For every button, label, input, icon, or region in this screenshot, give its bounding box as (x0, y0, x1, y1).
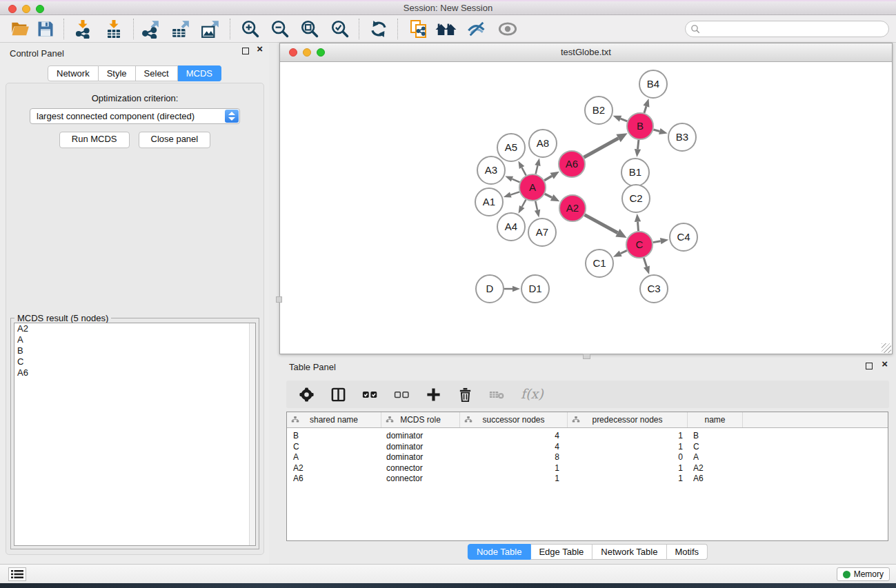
delete-table-icon[interactable] (489, 387, 505, 403)
import-network-icon[interactable] (73, 19, 92, 39)
table-cell[interactable]: connector (381, 463, 460, 474)
edge-A-A8[interactable] (536, 165, 538, 174)
search-input[interactable] (704, 23, 886, 37)
table-cell[interactable]: C (688, 442, 743, 453)
float-panel-icon[interactable] (242, 48, 249, 54)
zoom-fit-icon[interactable] (300, 19, 319, 39)
table-cell[interactable]: connector (381, 474, 460, 485)
float-panel-icon[interactable] (866, 363, 873, 369)
table-cell[interactable]: dominator (381, 431, 460, 442)
edge-C-C1[interactable] (621, 250, 627, 253)
deselect-all-icon[interactable] (394, 387, 410, 403)
table-cell[interactable]: dominator (381, 452, 460, 463)
table-cell[interactable]: 0 (568, 452, 688, 463)
edge-B-B3[interactable] (653, 130, 659, 131)
clone-network-icon[interactable] (409, 19, 428, 39)
run-mcds-button[interactable]: Run MCDS (59, 132, 130, 148)
table-cell[interactable]: 1 (568, 442, 688, 453)
tab-select[interactable]: Select (136, 65, 178, 81)
resize-grip[interactable] (882, 343, 891, 353)
close-panel-icon[interactable]: × (257, 45, 263, 53)
tab-edge-table[interactable]: Edge Table (530, 544, 593, 560)
result-list-scrollbar[interactable] (249, 323, 255, 545)
edge-A-A3[interactable] (512, 179, 519, 183)
edge-C-C4[interactable] (653, 241, 661, 243)
table-cell[interactable]: B (688, 431, 743, 442)
import-table-icon[interactable] (104, 19, 123, 39)
table-row[interactable]: Adominator80A (287, 452, 888, 463)
table-cell[interactable]: A6 (688, 474, 743, 485)
tab-network-table[interactable]: Network Table (593, 544, 666, 560)
add-column-icon[interactable] (426, 387, 441, 403)
tab-node-table[interactable]: Node Table (468, 544, 531, 560)
table-row[interactable]: A6connector11A6 (287, 474, 888, 485)
column-header-predecessor-nodes[interactable]: predecessor nodes (568, 412, 688, 427)
mcds-result-item[interactable]: A6 (14, 367, 255, 378)
network-window-titlebar[interactable]: testGlobe.txt (280, 43, 892, 62)
table-cell[interactable]: A2 (688, 463, 743, 474)
mcds-result-item[interactable]: B (14, 345, 255, 356)
tab-motifs[interactable]: Motifs (666, 544, 708, 560)
table-row[interactable]: A2connector11A2 (287, 463, 888, 474)
edge-C-C2[interactable] (638, 222, 639, 231)
table-cell[interactable]: B (287, 431, 381, 442)
tab-mcds[interactable]: MCDS (178, 65, 221, 81)
select-all-icon[interactable] (362, 387, 378, 403)
network-graph-canvas[interactable]: AA1A2A3A4A5A6A7A8BB1B2B3B4CC1C2C3C4DD1 (280, 62, 892, 357)
memory-button[interactable]: Memory (837, 567, 890, 581)
edge-A-A7[interactable] (535, 201, 537, 210)
edge-B-B4[interactable] (644, 106, 646, 113)
optimization-criterion-select[interactable]: largest connected component (directed) (30, 108, 240, 124)
table-cell[interactable]: 8 (460, 452, 568, 463)
table-cell[interactable]: A2 (287, 463, 381, 474)
mcds-result-item[interactable]: A (14, 334, 255, 345)
table-row[interactable]: Bdominator41B (287, 431, 888, 442)
column-header-mcds-role[interactable]: MCDS role (381, 412, 460, 427)
zoom-selected-icon[interactable] (330, 19, 350, 39)
edge-C-C3[interactable] (644, 258, 646, 267)
table-cell[interactable]: A (688, 452, 743, 463)
splitter-handle[interactable] (276, 296, 282, 303)
mcds-result-item[interactable]: C (14, 356, 255, 367)
zoom-in-icon[interactable] (241, 19, 260, 39)
export-table-icon[interactable] (171, 19, 190, 39)
column-header-name[interactable]: name (688, 412, 743, 427)
refresh-icon[interactable] (369, 19, 388, 39)
mcds-result-item[interactable]: A2 (14, 323, 255, 334)
edge-A-A2[interactable] (545, 194, 552, 197)
edge-A-A4[interactable] (522, 200, 526, 207)
table-cell[interactable]: C (287, 442, 381, 453)
edge-A-A5[interactable] (522, 168, 526, 175)
table-cell[interactable]: 4 (460, 442, 568, 453)
zoom-out-icon[interactable] (270, 19, 290, 39)
table-cell[interactable]: 1 (568, 431, 688, 442)
table-cell[interactable]: A (287, 452, 381, 463)
export-image-icon[interactable] (201, 19, 220, 39)
edge-B-B1[interactable] (638, 140, 639, 149)
mcds-result-list[interactable]: A2ABCA6 (14, 323, 256, 546)
column-split-icon[interactable] (330, 387, 346, 403)
export-network-icon[interactable] (141, 19, 160, 39)
table-cell[interactable]: dominator (381, 442, 460, 453)
edge-A2-C[interactable] (585, 215, 618, 233)
edge-A-A6[interactable] (544, 176, 552, 181)
home-view-icon[interactable] (435, 19, 457, 39)
table-cell[interactable]: 4 (460, 431, 568, 442)
edge-A-A1[interactable] (510, 192, 519, 194)
task-history-button[interactable] (8, 567, 26, 581)
save-session-icon[interactable] (36, 19, 55, 39)
close-panel-button[interactable]: Close panel (139, 132, 211, 148)
delete-column-trash-icon[interactable] (457, 387, 473, 403)
open-session-icon[interactable] (10, 19, 30, 39)
search-box[interactable] (685, 21, 889, 37)
edge-B-B2[interactable] (621, 119, 628, 121)
show-graphics-details-icon[interactable] (498, 19, 517, 39)
table-cell[interactable]: A6 (287, 474, 381, 485)
settings-gear-icon[interactable] (299, 387, 315, 403)
column-header-shared-name[interactable]: shared name (287, 412, 381, 427)
table-cell[interactable]: 1 (568, 474, 688, 485)
table-row[interactable]: Cdominator41C (287, 442, 888, 453)
column-header-successor-nodes[interactable]: successor nodes (460, 412, 568, 427)
table-cell[interactable]: 1 (460, 463, 568, 474)
table-cell[interactable]: 1 (568, 463, 688, 474)
